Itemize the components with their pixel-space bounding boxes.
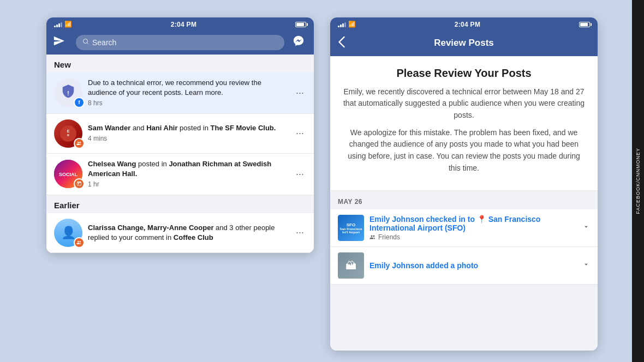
- paper-plane-icon[interactable]: [53, 35, 70, 50]
- notif-time-event: 1 hr: [88, 180, 288, 189]
- checkin-audience: Friends: [369, 233, 577, 241]
- status-bar-2: 📶 2:04 PM: [330, 17, 598, 31]
- notif-item-earlier[interactable]: 👤 Clarissa Change, Marry-Anne Cooper and…: [46, 213, 314, 253]
- section-new-label: New: [46, 55, 314, 73]
- signal-icon-2: [338, 22, 346, 27]
- battery-icon-2: [579, 22, 590, 27]
- status-bar-1: 📶 2:04 PM: [46, 17, 314, 31]
- search-bar[interactable]: Search: [76, 35, 284, 50]
- svg-text:SOCIAL: SOCIAL: [59, 172, 78, 177]
- notif-message-event: Chelsea Wang posted in Jonathan Richman …: [88, 159, 288, 179]
- nav-title-review-posts: Review Posts: [357, 38, 570, 49]
- notif-text-event: Chelsea Wang posted in Jonathan Richman …: [88, 159, 288, 189]
- post-card-checkin[interactable]: SFO San FranciscoInt'l Airport Emily Joh…: [330, 209, 598, 247]
- notif-item-event[interactable]: SOCIAL Chelsea Wang posted in Jonathan R…: [46, 154, 314, 195]
- svg-line-1: [87, 43, 88, 44]
- notif-text-movie-club: Sam Wander and Hani Ahir posted in The S…: [88, 123, 288, 143]
- shield-avatar: ! f: [54, 79, 82, 107]
- section-earlier-label: Earlier: [46, 195, 314, 213]
- group-badge-earlier: [74, 237, 85, 248]
- notification-list: ! f Due to a technical error, we recomme…: [46, 73, 314, 195]
- photo-post-text: Emily Johnson added a photo: [369, 261, 577, 270]
- notif-message-earlier: Clarissa Change, Marry-Anne Cooper and 3…: [88, 223, 288, 243]
- checkin-expand-chevron[interactable]: [582, 223, 590, 233]
- status-time-2: 2:04 PM: [455, 21, 480, 28]
- notif-more-shield[interactable]: ···: [294, 85, 306, 101]
- checkin-post-text: Emily Johnson checked in to 📍 San Franci…: [369, 215, 577, 241]
- review-header-section: Please Review Your Posts Emily, we recen…: [330, 56, 598, 191]
- sfo-thumbnail: SFO San FranciscoInt'l Airport: [338, 215, 364, 241]
- battery-icon: [295, 22, 306, 27]
- status-bar-2-right: [579, 22, 590, 27]
- wifi-icon-2: 📶: [348, 21, 356, 28]
- notif-time-shield: 8 hrs: [88, 99, 288, 108]
- notif-text-earlier: Clarissa Change, Marry-Anne Cooper and 3…: [88, 223, 288, 243]
- svg-text:E: E: [67, 129, 70, 134]
- notif-more-movie-club[interactable]: ···: [294, 125, 306, 141]
- earlier-notification-list: 👤 Clarissa Change, Marry-Anne Cooper and…: [46, 213, 314, 253]
- review-heading: Please Review Your Posts: [341, 67, 587, 80]
- notif-more-earlier[interactable]: ···: [294, 225, 306, 240]
- nav-bar-2: Review Posts: [330, 31, 598, 56]
- notif-more-event[interactable]: ···: [294, 166, 306, 182]
- search-icon: [82, 38, 89, 46]
- watermark: FACEBOOK/CNNMONEY: [632, 0, 644, 362]
- checkin-audience-text: Friends: [378, 233, 400, 241]
- back-arrow-button[interactable]: [338, 36, 351, 51]
- notif-avatar-event: SOCIAL: [54, 160, 82, 188]
- watermark-text: FACEBOOK/CNNMONEY: [635, 148, 641, 214]
- svg-text:R: R: [67, 134, 69, 137]
- review-paragraph-2: We apologize for this mistake. The probl…: [341, 127, 587, 174]
- notifications-content: New ! f Due to a technical error, we rec…: [46, 55, 314, 253]
- notif-item-movie-club[interactable]: E R Sam Wander and Hani Ahir posted in T…: [46, 114, 314, 154]
- checkin-name-span: Emily Johnson: [369, 215, 424, 224]
- notif-item-shield[interactable]: ! f Due to a technical error, we recomme…: [46, 73, 314, 114]
- facebook-badge: f: [74, 97, 85, 108]
- post-card-checkin-inner: SFO San FranciscoInt'l Airport Emily Joh…: [330, 209, 598, 246]
- calendar-badge: [74, 178, 85, 189]
- checkin-post-name: Emily Johnson checked in to 📍 San Franci…: [369, 215, 577, 232]
- notif-time-movie-club: 4 mins: [88, 134, 288, 143]
- notif-message-shield: Due to a technical error, we recommend y…: [88, 78, 288, 98]
- photo-detail-span: added a photo: [426, 261, 478, 270]
- notif-text-shield: Due to a technical error, we recommend y…: [88, 78, 288, 108]
- phone-2: 📶 2:04 PM Review Posts Please Review You: [330, 17, 598, 351]
- nav-bar-1: Search: [46, 31, 314, 55]
- sfo-thumb-img: SFO San FranciscoInt'l Airport: [338, 215, 364, 241]
- group-badge: [74, 138, 85, 149]
- messenger-icon[interactable]: [290, 35, 307, 50]
- svg-point-0: [84, 39, 88, 44]
- photo-name-span: Emily Johnson: [369, 261, 424, 270]
- review-content: Please Review Your Posts Emily, we recen…: [330, 56, 598, 351]
- phone-1: 📶 2:04 PM: [46, 17, 314, 253]
- signal-icon: [54, 22, 62, 27]
- date-label: MAY 26: [338, 198, 362, 206]
- photo-expand-chevron[interactable]: [582, 261, 590, 270]
- review-paragraph-1: Emily, we recently discovered a technica…: [341, 86, 587, 122]
- search-placeholder: Search: [92, 38, 116, 47]
- status-bar-left-icons: 📶: [54, 21, 72, 28]
- status-bar-2-left: 📶: [338, 21, 356, 28]
- notif-avatar-earlier: 👤: [54, 219, 82, 247]
- status-bar-right-icons: [295, 22, 306, 27]
- date-section-may26: MAY 26: [330, 191, 598, 209]
- notif-avatar-movie-club: E R: [54, 119, 82, 148]
- wifi-icon: 📶: [64, 21, 72, 28]
- photo-post-name: Emily Johnson added a photo: [369, 261, 577, 270]
- status-time-1: 2:04 PM: [171, 21, 196, 28]
- photo-thumbnail: 🏔: [338, 252, 364, 279]
- svg-text:!: !: [67, 90, 69, 96]
- notif-message-movie-club: Sam Wander and Hani Ahir posted in The S…: [88, 123, 288, 133]
- post-card-photo[interactable]: 🏔 Emily Johnson added a photo: [330, 247, 598, 285]
- post-card-photo-inner: 🏔 Emily Johnson added a photo: [330, 247, 598, 284]
